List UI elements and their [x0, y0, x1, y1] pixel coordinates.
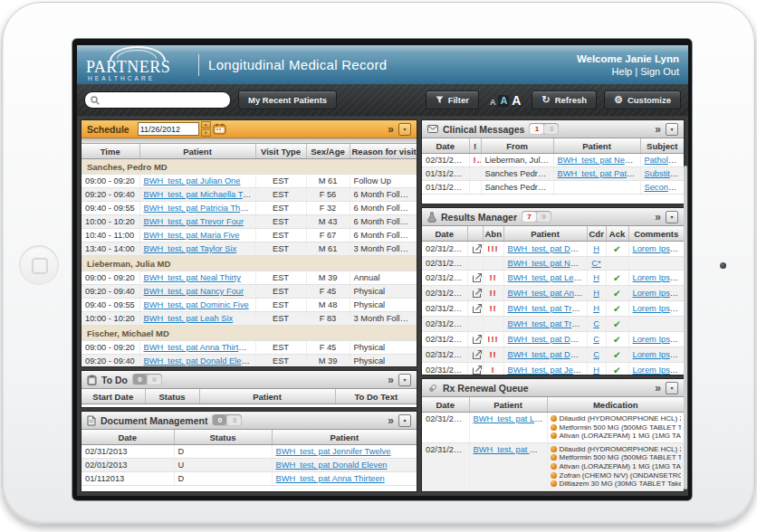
patient-link[interactable]: BWH_test, pat Donald El...	[508, 335, 588, 344]
schedule-row: 10:00 - 10:20BWH_test, pat Trevor FourES…	[81, 215, 417, 229]
comments-link[interactable]: Lorem Ipsum is sly L...	[633, 289, 685, 298]
forward-icon[interactable]	[472, 303, 483, 314]
patient-link[interactable]: BWH_test, pat Donald E...	[508, 244, 588, 253]
comments-link[interactable]: Lorem Ipsum is sly L...	[633, 335, 685, 344]
subject-link[interactable]: Pathology report	[645, 156, 685, 165]
schedule-row: 10:40 - 11:00BWH_test, pat Maria FiveEST…	[81, 229, 417, 242]
patient-cell: BWH_test, pat Donald El...	[503, 332, 587, 347]
patient-link[interactable]: BWH_test, pat Maria Five	[144, 231, 240, 240]
cdr-link[interactable]: C	[593, 350, 599, 359]
patient-link[interactable]: BWH_test, pat Anna Thir...	[508, 289, 588, 298]
forward-icon[interactable]	[472, 365, 483, 375]
rx-collapse-button[interactable]: »	[655, 383, 661, 394]
cdr-link[interactable]: H	[593, 244, 599, 253]
rm-collapse-button[interactable]: »	[655, 212, 661, 223]
rm-minimize-button[interactable]: ▾	[666, 211, 678, 223]
font-size-large-button[interactable]: A	[512, 94, 521, 107]
comments-link[interactable]: Lorem Ipsum is sly L...	[633, 273, 685, 282]
date-spinner-down-button[interactable]: ▼	[201, 129, 211, 137]
patient-link[interactable]: BWH_test, pat Jennifer ...	[508, 366, 588, 375]
calendar-button[interactable]	[213, 123, 226, 135]
patient-link[interactable]: BWH_test, pat Leah Six	[474, 414, 548, 423]
forward-cell	[467, 317, 483, 332]
patient-link[interactable]: BWH_test, pat Dominic Five	[144, 300, 249, 309]
cdr-link[interactable]: H	[593, 304, 599, 313]
dm-minimize-button[interactable]: ▾	[398, 414, 411, 427]
subject-link[interactable]: Second Opinion	[645, 183, 685, 192]
ack-check-icon: ✔	[606, 242, 628, 257]
help-link[interactable]: Help	[612, 66, 633, 77]
rx-minimize-button[interactable]: ▾	[666, 382, 678, 394]
patient-link[interactable]: BWH_test, pat Leah Six	[144, 314, 234, 323]
comments-link[interactable]: Lorem Ipsum is sly L...	[633, 366, 685, 375]
forward-icon[interactable]	[472, 243, 483, 254]
todo-minimize-button[interactable]: ▾	[398, 374, 411, 386]
cdr-cell: H	[587, 242, 606, 257]
cm-minimize-button[interactable]: ▾	[666, 123, 678, 136]
schedule-collapse-button[interactable]: »	[388, 124, 394, 135]
cm-collapse-button[interactable]: »	[655, 124, 661, 135]
patient-link[interactable]: BWH_test, pat Trevor Four	[508, 304, 588, 313]
patient-link[interactable]: BWH_test, pat Neal Thirty	[144, 273, 241, 282]
patient-link[interactable]: BWH_test, pat Julian One	[144, 176, 241, 185]
visit-reason: Follow Up	[350, 175, 417, 188]
result-date: 02/31/2013	[422, 363, 467, 375]
patient-cell: BWH_test, pat Donald Ele.	[503, 347, 587, 363]
date-spinner-up-button[interactable]: ▲	[201, 121, 211, 128]
patient-link[interactable]: BWH_test, pat Jennifer Twelve	[276, 447, 391, 456]
cdr-link[interactable]: H	[593, 289, 599, 298]
forward-cell	[467, 257, 483, 271]
dm-collapse-button[interactable]: »	[388, 415, 394, 426]
cdr-link[interactable]: H	[593, 273, 599, 282]
scrollbar-track[interactable]	[684, 166, 687, 489]
patient-link[interactable]: BWH_test, pat Trevor Four	[144, 217, 244, 226]
filter-button[interactable]: Filter	[426, 90, 479, 109]
patient-link[interactable]: BWH_test, pat Patricia Three	[144, 204, 253, 213]
todo-collapse-button[interactable]: »	[388, 375, 394, 385]
patient-link[interactable]: BWH_test, pat Nancy Four	[144, 287, 244, 296]
document-status: D	[174, 445, 272, 459]
font-size-small-button[interactable]: A	[490, 99, 496, 107]
patient-link[interactable]: BWH_test, pat Neal Thirty	[558, 156, 641, 165]
pill-icon	[427, 383, 438, 394]
comments-link[interactable]: Lorem Ipsum is sly L...	[633, 304, 685, 313]
comments-link[interactable]: Lorem Ipsum is sly L...	[633, 244, 685, 253]
schedule-minimize-button[interactable]: ▾	[398, 123, 411, 136]
cdr-link[interactable]: C	[593, 319, 599, 328]
forward-icon[interactable]	[472, 272, 483, 283]
cdr-link[interactable]: H	[593, 366, 599, 375]
patient-cell: BWH_test, pat Anna Thirteen	[139, 341, 255, 355]
refresh-button[interactable]: ↻ Refresh	[532, 90, 597, 109]
subject-link[interactable]: Substitute	[645, 169, 682, 178]
visit-reason: 6 Month Follow Up	[350, 229, 417, 242]
home-button[interactable]	[19, 245, 59, 285]
search-box[interactable]	[84, 91, 231, 109]
patient-link[interactable]: BWH_test, pat Taylor Six	[144, 244, 237, 253]
patient-link[interactable]: BWH_test, pat Leah Six	[508, 273, 588, 282]
search-input[interactable]	[103, 95, 206, 106]
sign-out-link[interactable]: Sign Out	[640, 66, 679, 77]
customize-button[interactable]: ⚙ Customize	[604, 90, 681, 109]
patient-link[interactable]: BWH_test, pat Anna Thirteen	[276, 474, 385, 483]
cdr-link[interactable]: C*	[591, 259, 600, 268]
comments-link[interactable]: Lorem Ipsum is sly L...	[633, 350, 685, 359]
patient-link[interactable]: BWH_test, pat Trevor Four	[508, 319, 588, 328]
patient-link[interactable]: BWH_test, pat Anna Thirteen	[144, 343, 253, 352]
patient-link[interactable]: BWH_test, pat Neal Thirty	[508, 259, 588, 268]
patient-link[interactable]: BWH_test, pat Patricia Three	[558, 169, 641, 178]
forward-icon[interactable]	[472, 349, 483, 360]
message-date: 02/31/2013	[422, 154, 469, 167]
font-size-medium-button[interactable]: A	[498, 95, 509, 107]
my-recent-patients-button[interactable]: My Recent Patients	[238, 90, 337, 109]
patient-link[interactable]: BWH_test, pat Donald Eleven	[144, 356, 255, 366]
patient-link[interactable]: BWH_test, pat Anna Thi...	[474, 445, 548, 454]
schedule-panel: Schedule ▲ ▼	[81, 119, 417, 367]
patient-link[interactable]: BWH_test, pat Donald Ele.	[508, 350, 588, 359]
schedule-date-input[interactable]	[138, 122, 199, 136]
patient-link[interactable]: BWH_test, pat Donald Eleven	[276, 461, 388, 470]
forward-icon[interactable]	[472, 288, 483, 299]
forward-icon[interactable]	[472, 334, 483, 345]
patient-link[interactable]: BWH_test, pat Michaella Two	[144, 190, 254, 199]
column-header: Date	[422, 226, 467, 242]
cdr-link[interactable]: C	[593, 335, 599, 344]
